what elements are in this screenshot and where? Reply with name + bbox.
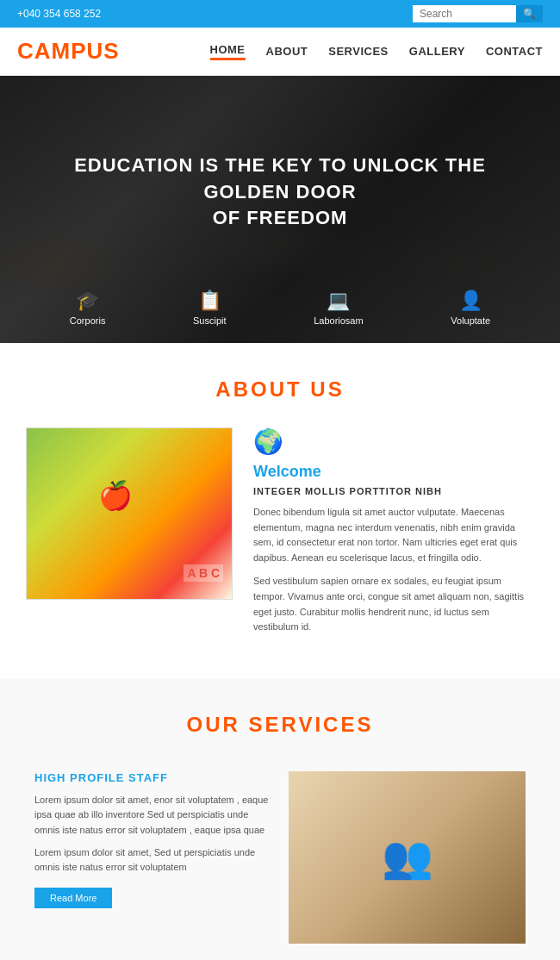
clipboard-icon: 📋 <box>198 290 221 312</box>
about-image <box>26 427 233 600</box>
about-section: ABOUT US 🌍 Welcome INTEGER MOLLIS PORTTI… <box>0 343 560 678</box>
main-nav: HOME ABOUT SERVICES GALLERY CONTACT <box>210 43 543 60</box>
about-content: 🌍 Welcome INTEGER MOLLIS PORTTITOR NIBH … <box>26 427 534 644</box>
service-1-text-1: Lorem ipsum dolor sit amet, enor sit vol… <box>34 793 271 838</box>
hero-icon-3: 💻 Laboriosam <box>314 290 363 326</box>
hero-icon-1: 🎓 Corporis <box>70 290 106 326</box>
logo: CAMPUS <box>17 38 120 65</box>
phone-number: +040 354 658 252 <box>17 8 101 20</box>
nav-home[interactable]: HOME <box>210 43 246 60</box>
hero-icon-2: 📋 Suscipit <box>193 290 227 326</box>
nav-services[interactable]: SERVICES <box>328 45 389 58</box>
hero-content: EDUCATION IS THE KEY TO UNLOCK THE GOLDE… <box>0 153 560 232</box>
about-subtitle: INTEGER MOLLIS PORTTITOR NIBH <box>253 486 534 496</box>
top-bar: +040 354 658 252 🔍 <box>0 0 560 28</box>
about-paragraph-1: Donec bibendum ligula sit amet auctor vu… <box>253 505 534 565</box>
service-item-1-image <box>280 763 534 952</box>
search-box: 🔍 <box>413 5 543 22</box>
about-title: ABOUT US <box>26 377 534 402</box>
about-welcome: Welcome <box>253 463 534 481</box>
hero-icons: 🎓 Corporis 📋 Suscipit 💻 Laboriosam 👤 Vol… <box>0 290 560 326</box>
hero-icon-4: 👤 Voluptate <box>451 290 490 326</box>
globe-icon: 🌍 <box>253 427 534 456</box>
search-button[interactable]: 🔍 <box>516 5 543 22</box>
nav-gallery[interactable]: GALLERY <box>409 45 465 58</box>
services-section: OUR SERVICES HIGH PROFILE STAFF Lorem ip… <box>0 678 560 960</box>
laptop-icon: 💻 <box>327 290 350 312</box>
nav-contact[interactable]: CONTACT <box>486 45 543 58</box>
service-1-text-2: Lorem ipsum dolor sit amet, Sed ut persp… <box>34 845 271 876</box>
about-paragraph-2: Sed vestibulum sapien ornare ex sodales,… <box>253 574 534 634</box>
service-item-2-image <box>26 952 280 960</box>
services-title: OUR SERVICES <box>26 713 534 737</box>
hero-section: EDUCATION IS THE KEY TO UNLOCK THE GOLDE… <box>0 76 560 343</box>
service-1-heading: HIGH PROFILE STAFF <box>34 771 271 784</box>
hero-title: EDUCATION IS THE KEY TO UNLOCK THE GOLDE… <box>34 153 526 232</box>
service-1-read-more[interactable]: Read More <box>34 888 112 908</box>
service-1-photo <box>289 771 526 944</box>
person-icon: 👤 <box>459 290 482 312</box>
graduation-icon: 🎓 <box>76 290 99 312</box>
header: CAMPUS HOME ABOUT SERVICES GALLERY CONTA… <box>0 28 560 76</box>
service-item-2-text: STUDENTS FREEDOM Lorem ipsum dolor sit a… <box>280 952 534 960</box>
nav-about[interactable]: ABOUT <box>266 45 308 58</box>
search-input[interactable] <box>413 5 516 22</box>
services-grid: HIGH PROFILE STAFF Lorem ipsum dolor sit… <box>26 763 534 960</box>
about-text: 🌍 Welcome INTEGER MOLLIS PORTTITOR NIBH … <box>253 427 534 644</box>
service-item-1-text: HIGH PROFILE STAFF Lorem ipsum dolor sit… <box>26 763 280 952</box>
